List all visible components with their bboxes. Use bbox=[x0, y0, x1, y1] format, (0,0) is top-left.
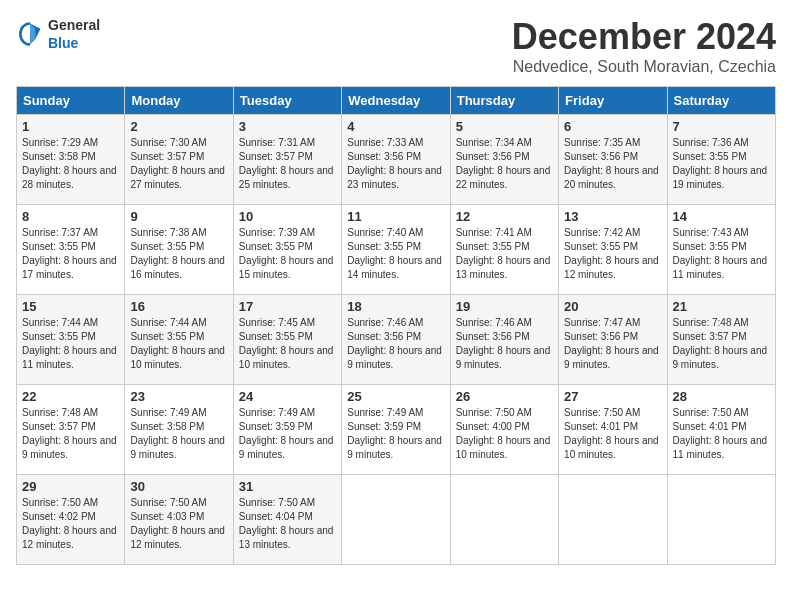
calendar-cell: 16 Sunrise: 7:44 AMSunset: 3:55 PMDaylig… bbox=[125, 295, 233, 385]
logo: General Blue bbox=[16, 16, 100, 52]
calendar-cell: 29 Sunrise: 7:50 AMSunset: 4:02 PMDaylig… bbox=[17, 475, 125, 565]
calendar-cell: 23 Sunrise: 7:49 AMSunset: 3:58 PMDaylig… bbox=[125, 385, 233, 475]
logo-text: General Blue bbox=[48, 16, 100, 52]
day-number: 11 bbox=[347, 209, 444, 224]
calendar-cell: 22 Sunrise: 7:48 AMSunset: 3:57 PMDaylig… bbox=[17, 385, 125, 475]
calendar-cell: 17 Sunrise: 7:45 AMSunset: 3:55 PMDaylig… bbox=[233, 295, 341, 385]
day-number: 23 bbox=[130, 389, 227, 404]
day-detail: Sunrise: 7:31 AMSunset: 3:57 PMDaylight:… bbox=[239, 137, 334, 190]
weekday-header-thursday: Thursday bbox=[450, 87, 558, 115]
calendar-cell: 2 Sunrise: 7:30 AMSunset: 3:57 PMDayligh… bbox=[125, 115, 233, 205]
calendar-cell: 19 Sunrise: 7:46 AMSunset: 3:56 PMDaylig… bbox=[450, 295, 558, 385]
day-detail: Sunrise: 7:45 AMSunset: 3:55 PMDaylight:… bbox=[239, 317, 334, 370]
day-detail: Sunrise: 7:49 AMSunset: 3:59 PMDaylight:… bbox=[239, 407, 334, 460]
weekday-header-tuesday: Tuesday bbox=[233, 87, 341, 115]
calendar-week-4: 22 Sunrise: 7:48 AMSunset: 3:57 PMDaylig… bbox=[17, 385, 776, 475]
calendar-cell: 9 Sunrise: 7:38 AMSunset: 3:55 PMDayligh… bbox=[125, 205, 233, 295]
logo-blue: Blue bbox=[48, 35, 78, 51]
calendar-cell: 6 Sunrise: 7:35 AMSunset: 3:56 PMDayligh… bbox=[559, 115, 667, 205]
calendar-cell: 15 Sunrise: 7:44 AMSunset: 3:55 PMDaylig… bbox=[17, 295, 125, 385]
day-detail: Sunrise: 7:38 AMSunset: 3:55 PMDaylight:… bbox=[130, 227, 225, 280]
day-detail: Sunrise: 7:43 AMSunset: 3:55 PMDaylight:… bbox=[673, 227, 768, 280]
day-number: 25 bbox=[347, 389, 444, 404]
calendar-cell: 12 Sunrise: 7:41 AMSunset: 3:55 PMDaylig… bbox=[450, 205, 558, 295]
day-number: 1 bbox=[22, 119, 119, 134]
day-detail: Sunrise: 7:46 AMSunset: 3:56 PMDaylight:… bbox=[456, 317, 551, 370]
day-number: 21 bbox=[673, 299, 770, 314]
calendar-cell: 11 Sunrise: 7:40 AMSunset: 3:55 PMDaylig… bbox=[342, 205, 450, 295]
day-detail: Sunrise: 7:50 AMSunset: 4:04 PMDaylight:… bbox=[239, 497, 334, 550]
page-header: General Blue December 2024 Nedvedice, So… bbox=[16, 16, 776, 76]
day-detail: Sunrise: 7:36 AMSunset: 3:55 PMDaylight:… bbox=[673, 137, 768, 190]
calendar-cell bbox=[667, 475, 775, 565]
calendar-cell: 10 Sunrise: 7:39 AMSunset: 3:55 PMDaylig… bbox=[233, 205, 341, 295]
day-number: 27 bbox=[564, 389, 661, 404]
day-number: 31 bbox=[239, 479, 336, 494]
day-number: 22 bbox=[22, 389, 119, 404]
day-number: 24 bbox=[239, 389, 336, 404]
day-number: 3 bbox=[239, 119, 336, 134]
calendar-week-3: 15 Sunrise: 7:44 AMSunset: 3:55 PMDaylig… bbox=[17, 295, 776, 385]
location-subtitle: Nedvedice, South Moravian, Czechia bbox=[512, 58, 776, 76]
calendar-cell: 3 Sunrise: 7:31 AMSunset: 3:57 PMDayligh… bbox=[233, 115, 341, 205]
day-detail: Sunrise: 7:41 AMSunset: 3:55 PMDaylight:… bbox=[456, 227, 551, 280]
day-detail: Sunrise: 7:48 AMSunset: 3:57 PMDaylight:… bbox=[673, 317, 768, 370]
day-number: 4 bbox=[347, 119, 444, 134]
weekday-header-row: SundayMondayTuesdayWednesdayThursdayFrid… bbox=[17, 87, 776, 115]
day-number: 9 bbox=[130, 209, 227, 224]
day-number: 14 bbox=[673, 209, 770, 224]
calendar-cell: 28 Sunrise: 7:50 AMSunset: 4:01 PMDaylig… bbox=[667, 385, 775, 475]
calendar-cell: 8 Sunrise: 7:37 AMSunset: 3:55 PMDayligh… bbox=[17, 205, 125, 295]
day-number: 7 bbox=[673, 119, 770, 134]
calendar-cell: 20 Sunrise: 7:47 AMSunset: 3:56 PMDaylig… bbox=[559, 295, 667, 385]
day-number: 6 bbox=[564, 119, 661, 134]
day-number: 5 bbox=[456, 119, 553, 134]
calendar-week-5: 29 Sunrise: 7:50 AMSunset: 4:02 PMDaylig… bbox=[17, 475, 776, 565]
day-number: 19 bbox=[456, 299, 553, 314]
calendar-week-2: 8 Sunrise: 7:37 AMSunset: 3:55 PMDayligh… bbox=[17, 205, 776, 295]
day-number: 15 bbox=[22, 299, 119, 314]
day-detail: Sunrise: 7:46 AMSunset: 3:56 PMDaylight:… bbox=[347, 317, 442, 370]
day-detail: Sunrise: 7:50 AMSunset: 4:00 PMDaylight:… bbox=[456, 407, 551, 460]
day-detail: Sunrise: 7:44 AMSunset: 3:55 PMDaylight:… bbox=[130, 317, 225, 370]
day-detail: Sunrise: 7:40 AMSunset: 3:55 PMDaylight:… bbox=[347, 227, 442, 280]
day-detail: Sunrise: 7:35 AMSunset: 3:56 PMDaylight:… bbox=[564, 137, 659, 190]
calendar-cell: 31 Sunrise: 7:50 AMSunset: 4:04 PMDaylig… bbox=[233, 475, 341, 565]
day-detail: Sunrise: 7:30 AMSunset: 3:57 PMDaylight:… bbox=[130, 137, 225, 190]
day-number: 17 bbox=[239, 299, 336, 314]
day-number: 28 bbox=[673, 389, 770, 404]
day-number: 20 bbox=[564, 299, 661, 314]
day-detail: Sunrise: 7:34 AMSunset: 3:56 PMDaylight:… bbox=[456, 137, 551, 190]
day-number: 12 bbox=[456, 209, 553, 224]
calendar-cell: 30 Sunrise: 7:50 AMSunset: 4:03 PMDaylig… bbox=[125, 475, 233, 565]
weekday-header-wednesday: Wednesday bbox=[342, 87, 450, 115]
day-number: 16 bbox=[130, 299, 227, 314]
calendar-cell: 4 Sunrise: 7:33 AMSunset: 3:56 PMDayligh… bbox=[342, 115, 450, 205]
calendar-cell bbox=[450, 475, 558, 565]
calendar-table: SundayMondayTuesdayWednesdayThursdayFrid… bbox=[16, 86, 776, 565]
weekday-header-sunday: Sunday bbox=[17, 87, 125, 115]
day-number: 10 bbox=[239, 209, 336, 224]
day-number: 30 bbox=[130, 479, 227, 494]
calendar-cell: 26 Sunrise: 7:50 AMSunset: 4:00 PMDaylig… bbox=[450, 385, 558, 475]
calendar-week-1: 1 Sunrise: 7:29 AMSunset: 3:58 PMDayligh… bbox=[17, 115, 776, 205]
calendar-cell: 14 Sunrise: 7:43 AMSunset: 3:55 PMDaylig… bbox=[667, 205, 775, 295]
day-detail: Sunrise: 7:49 AMSunset: 3:59 PMDaylight:… bbox=[347, 407, 442, 460]
logo-icon bbox=[16, 20, 44, 48]
calendar-cell: 21 Sunrise: 7:48 AMSunset: 3:57 PMDaylig… bbox=[667, 295, 775, 385]
day-detail: Sunrise: 7:50 AMSunset: 4:03 PMDaylight:… bbox=[130, 497, 225, 550]
day-number: 29 bbox=[22, 479, 119, 494]
calendar-cell: 25 Sunrise: 7:49 AMSunset: 3:59 PMDaylig… bbox=[342, 385, 450, 475]
day-detail: Sunrise: 7:50 AMSunset: 4:01 PMDaylight:… bbox=[673, 407, 768, 460]
day-detail: Sunrise: 7:33 AMSunset: 3:56 PMDaylight:… bbox=[347, 137, 442, 190]
day-number: 8 bbox=[22, 209, 119, 224]
calendar-cell: 5 Sunrise: 7:34 AMSunset: 3:56 PMDayligh… bbox=[450, 115, 558, 205]
day-number: 26 bbox=[456, 389, 553, 404]
day-number: 13 bbox=[564, 209, 661, 224]
logo-general: General bbox=[48, 17, 100, 33]
calendar-cell: 18 Sunrise: 7:46 AMSunset: 3:56 PMDaylig… bbox=[342, 295, 450, 385]
weekday-header-monday: Monday bbox=[125, 87, 233, 115]
calendar-cell: 27 Sunrise: 7:50 AMSunset: 4:01 PMDaylig… bbox=[559, 385, 667, 475]
day-detail: Sunrise: 7:44 AMSunset: 3:55 PMDaylight:… bbox=[22, 317, 117, 370]
calendar-cell bbox=[342, 475, 450, 565]
